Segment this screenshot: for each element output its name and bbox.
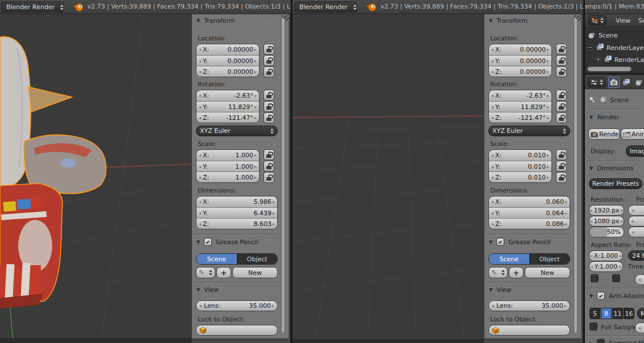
rotation-y-field[interactable]: ◂Y:11.829°▸ (196, 101, 259, 112)
animation-button[interactable]: Animation (621, 128, 644, 140)
dimensions-z-field[interactable]: ◂Z:0.086▸ (489, 218, 570, 229)
dimensions-x-field[interactable]: ◂X:5.986▸ (196, 196, 277, 207)
frame-start-field[interactable]: ◂ (628, 205, 644, 216)
lock-button[interactable] (264, 172, 274, 183)
panel-header-sampled-motion-blur[interactable]: ▶Sampled Motion Blur (589, 339, 644, 343)
lock-to-object-field[interactable] (196, 325, 278, 336)
border-checkbox[interactable] (591, 274, 599, 282)
editor-type-button[interactable] (588, 77, 606, 87)
grease-pencil-checkbox[interactable]: ✔ (496, 238, 504, 246)
aa-samples-16-button[interactable]: 16 (624, 308, 634, 319)
outliner-menu-view[interactable]: View (616, 17, 630, 24)
aa-samples-8-button[interactable]: 8 (601, 308, 612, 319)
dimensions-z-field[interactable]: ◂Z:8.603▸ (196, 218, 277, 229)
lock-button[interactable] (264, 44, 274, 55)
lock-button[interactable] (556, 101, 567, 112)
partial-field[interactable]: ◂ (635, 323, 644, 333)
lock-button[interactable] (264, 161, 274, 172)
rotation-x-field[interactable]: ◂X:-2.63°▸ (196, 90, 259, 101)
add-grease-pencil-button[interactable]: + (509, 267, 524, 278)
display-dropdown[interactable]: Image Editor (626, 145, 644, 157)
outliner-item-renderlayer[interactable]: RenderLayer (614, 56, 644, 64)
tab-object[interactable]: Object (529, 254, 570, 264)
lock-button[interactable] (556, 44, 567, 55)
location-z-field[interactable]: ◂Z:0.00000▸ (196, 66, 259, 77)
rotation-mode-dropdown[interactable]: XYZ Euler (196, 126, 278, 136)
panel-header-transform[interactable]: ▼Transform (196, 17, 235, 24)
scale-y-field[interactable]: ◂Y:0.010▸ (489, 161, 551, 172)
outliner-item-renderlayers[interactable]: RenderLayers (607, 44, 644, 52)
sampled-mb-checkbox[interactable] (597, 339, 605, 343)
expand-plus-icon[interactable]: + (595, 56, 601, 62)
lock-button[interactable] (264, 101, 274, 112)
panel-header-render[interactable]: ▼Render (589, 114, 619, 121)
lock-button[interactable] (264, 90, 274, 101)
rotation-z-field[interactable]: ◂Z:-121.47°▸ (489, 112, 551, 123)
dimensions-y-field[interactable]: ◂Y:6.439▸ (196, 207, 277, 218)
breadcrumb[interactable]: Scene (610, 97, 629, 104)
panel-grip-icon[interactable]: :::: (266, 18, 275, 24)
location-z-field[interactable]: ◂Z:0.00000▸ (489, 66, 551, 77)
panel-header-view[interactable]: ▼View (196, 286, 219, 294)
panel-header-view[interactable]: ▼View (489, 286, 511, 294)
dimensions-y-field[interactable]: ◂Y:0.064▸ (489, 207, 570, 218)
aa-samples-5-button[interactable]: 5 (589, 308, 600, 319)
pin-icon[interactable] (589, 96, 596, 104)
antialiasing-checkbox[interactable]: ✔ (597, 292, 605, 300)
tab-scene[interactable]: Scene (196, 254, 237, 264)
resolution-percentage-slider[interactable]: 50% (589, 227, 624, 237)
tab-object[interactable]: Object (237, 254, 278, 264)
render-button[interactable]: Render (588, 128, 620, 140)
grease-pencil-checkbox[interactable]: ✔ (204, 238, 212, 246)
panel-grip-icon[interactable]: :::: (266, 240, 275, 245)
outliner-menu-search[interactable]: Search (638, 17, 644, 24)
lock-button[interactable] (556, 90, 567, 101)
aspect-x-field[interactable]: ◂X:1.000▸ (589, 250, 623, 261)
rotation-x-field[interactable]: ◂X:-2.63°▸ (489, 90, 551, 101)
editor-type-button[interactable] (588, 15, 607, 26)
lock-button[interactable] (556, 172, 567, 183)
outliner-item-scene[interactable]: Scene (599, 32, 618, 39)
time-remap-field[interactable]: ◂ (635, 274, 644, 285)
resolution-x-field[interactable]: ◂1920 px▸ (589, 205, 624, 216)
scrollbar[interactable] (574, 18, 578, 333)
scale-x-field[interactable]: ◂X:1.000▸ (196, 150, 259, 161)
grease-pencil-data-button[interactable]: ✎ (196, 267, 215, 278)
lens-field[interactable]: ◂Lens:35.000▸ (488, 300, 570, 311)
lock-button[interactable] (264, 55, 274, 66)
panel-grip-icon[interactable]: :::: (558, 240, 567, 245)
lock-button[interactable] (264, 66, 274, 77)
lock-button[interactable] (264, 112, 274, 123)
lock-button[interactable] (264, 149, 274, 160)
grease-pencil-data-button[interactable]: ✎ (488, 267, 508, 278)
tab-scene[interactable] (633, 77, 644, 88)
scrollbar[interactable] (281, 18, 285, 333)
lens-field[interactable]: ◂Lens:35.000▸ (196, 300, 278, 311)
full-sample-checkbox[interactable] (589, 323, 597, 331)
panel-header-grease-pencil[interactable]: ▼✔Grease Pencil (489, 238, 551, 246)
scale-z-field[interactable]: ◂Z:0.010▸ (489, 172, 551, 182)
rotation-mode-dropdown[interactable]: XYZ Euler (488, 126, 570, 136)
frame-rate-dropdown[interactable]: 24 fps (628, 250, 644, 261)
panel-header-transform[interactable]: ▼Transform (489, 17, 528, 24)
location-x-field[interactable]: ◂X:0.00000▸ (196, 44, 259, 55)
scale-x-field[interactable]: ◂X:0.010▸ (489, 150, 551, 161)
panel-grip-icon[interactable]: :::: (558, 18, 567, 24)
lock-button[interactable] (556, 149, 567, 160)
lock-button[interactable] (556, 161, 567, 172)
rotation-z-field[interactable]: ◂Z:-121.47°▸ (196, 112, 259, 123)
new-button[interactable]: New (232, 267, 278, 278)
panel-header-antialiasing[interactable]: ▼✔Anti-Aliasing (589, 292, 644, 300)
aspect-y-field[interactable]: ◂Y:1.000▸ (589, 261, 623, 272)
panel-header-dimensions[interactable]: ▼Dimensions (589, 165, 633, 172)
crop-checkbox[interactable] (612, 274, 620, 282)
frame-step-field[interactable]: ◂ (628, 227, 644, 237)
scale-y-field[interactable]: ◂Y:1.000▸ (196, 161, 259, 172)
tab-render-layers[interactable] (621, 77, 632, 88)
tab-scene[interactable]: Scene (489, 254, 529, 264)
panel-grip-icon[interactable]: :::: (558, 288, 567, 294)
render-presets-dropdown[interactable]: Render Presets (589, 178, 642, 189)
resolution-y-field[interactable]: ◂1080 px▸ (589, 216, 624, 227)
render-engine-dropdown[interactable]: Blender Render (294, 2, 357, 12)
render-engine-dropdown[interactable]: Blender Render (1, 2, 64, 12)
